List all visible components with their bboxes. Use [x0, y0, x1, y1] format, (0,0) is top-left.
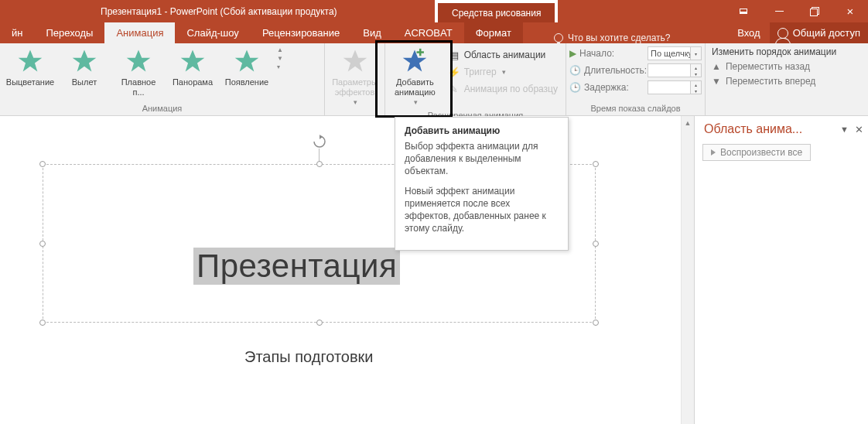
effect-fade[interactable]: Выцветание [3, 46, 57, 89]
effect-float[interactable]: Плавное п... [111, 46, 166, 99]
close-button[interactable]: × [832, 0, 868, 22]
svg-marker-9 [320, 135, 323, 139]
resize-handle[interactable] [593, 320, 599, 326]
window-controls: × [726, 0, 868, 22]
tell-me-search[interactable]: Что вы хотите сделать? [554, 32, 671, 43]
star-icon [125, 48, 152, 74]
group-effect-options: Параметры эффектов▾ [325, 43, 385, 115]
trigger-icon: ⚡ [448, 66, 460, 78]
resize-handle[interactable] [593, 241, 599, 247]
star-icon [71, 48, 97, 74]
pane-menu-button[interactable]: ▼ [840, 125, 849, 134]
restore-button[interactable] [797, 0, 832, 22]
ribbon-tabstrip: йн Переходы Анимация Слайд-шоу Рецензиро… [0, 22, 868, 43]
play-icon: ▶ [569, 48, 576, 59]
tooltip-add-animation: Добавить анимацию Выбор эффекта анимации… [395, 117, 569, 251]
trigger-button: ⚡ Триггер▾ [443, 63, 562, 80]
tab-design[interactable]: йн [0, 22, 34, 43]
star-icon [179, 48, 206, 74]
slide-subtitle-text[interactable]: Этапы подготовки [244, 348, 374, 366]
effect-appear[interactable]: Появление [220, 46, 274, 89]
tooltip-p2: Новый эффект анимации применяется после … [405, 185, 559, 234]
pane-icon: ▤ [448, 49, 460, 61]
play-icon [711, 149, 716, 156]
resize-handle[interactable] [316, 161, 323, 167]
tab-view[interactable]: Вид [351, 22, 393, 43]
start-dropdown[interactable]: По щелчку ▾ [648, 46, 702, 60]
group-timing: ▶Начало: По щелчку ▾ 🕒Длительность: ▴▾ 🕒… [566, 43, 706, 115]
tab-animation[interactable]: Анимация [104, 22, 175, 43]
svg-rect-8 [417, 51, 424, 53]
resize-handle[interactable] [39, 241, 46, 247]
painter-icon: ✎ [448, 83, 460, 95]
group-advanced-animation: Добавить анимацию▾ ▤ Область анимации ⚡ … [385, 43, 566, 115]
group-label-animation: Анимация [0, 102, 324, 115]
contextual-tab-title: Средства рисования [435, 0, 558, 22]
window-title: Презентация1 - PowerPoint (Сбой активаци… [101, 6, 337, 17]
svg-marker-0 [19, 50, 43, 72]
tab-review[interactable]: Рецензирование [251, 22, 351, 43]
ribbon: Выцветание Вылет Плавное п... Панорама П… [0, 43, 868, 116]
share-button[interactable]: Общий доступ [770, 22, 868, 43]
clock-icon: 🕒 [569, 82, 581, 93]
sign-in-button[interactable]: Вход [728, 22, 769, 43]
effect-panorama[interactable]: Панорама [166, 46, 220, 89]
tab-format[interactable]: Формат [464, 22, 523, 43]
resize-handle[interactable] [593, 161, 599, 167]
person-icon [777, 28, 788, 39]
tooltip-p1: Выбор эффекта анимации для добавления к … [405, 140, 559, 177]
slide-editor[interactable]: Презентация Этапы подготовки [0, 116, 694, 424]
svg-marker-2 [127, 50, 151, 72]
svg-marker-5 [343, 50, 367, 72]
rotate-handle[interactable] [313, 135, 326, 149]
pane-close-button[interactable]: ✕ [855, 124, 863, 135]
move-earlier-button[interactable]: ▲Переместить назад [712, 59, 862, 74]
scroll-up-icon[interactable]: ▲ [682, 116, 694, 129]
star-icon [17, 48, 43, 74]
star-icon [234, 48, 260, 74]
ribbon-display-options-icon[interactable] [726, 0, 761, 22]
share-label: Общий доступ [793, 27, 860, 39]
svg-marker-4 [235, 50, 259, 72]
pane-title: Область анима... [704, 122, 839, 136]
bulb-icon [554, 33, 563, 43]
resize-handle[interactable] [39, 320, 46, 326]
titlebar: Презентация1 - PowerPoint (Сбой активаци… [0, 0, 868, 22]
star-icon [342, 48, 368, 74]
tooltip-title: Добавить анимацию [405, 125, 559, 136]
group-animation: Выцветание Вылет Плавное п... Панорама П… [0, 43, 325, 115]
tab-slideshow[interactable]: Слайд-шоу [175, 22, 250, 43]
up-icon: ▲ [712, 61, 721, 72]
effect-flyin[interactable]: Вылет [57, 46, 111, 89]
resize-handle[interactable] [39, 161, 46, 167]
down-icon: ▼ [712, 76, 721, 87]
minimize-button[interactable] [761, 0, 797, 22]
star-plus-icon [402, 48, 428, 74]
resize-handle[interactable] [316, 320, 323, 326]
play-all-button[interactable]: Воспроизвести все [702, 144, 811, 161]
delay-spinner[interactable]: ▴▾ [648, 80, 702, 94]
animation-pane: Область анима... ▼ ✕ Воспроизвести все [694, 116, 868, 424]
group-label-timing: Время показа слайдов [566, 102, 705, 115]
effect-options-button: Параметры эффектов▾ [328, 46, 382, 109]
svg-marker-1 [73, 50, 97, 72]
gallery-more[interactable]: ▲ ▼ ▾ [277, 46, 283, 70]
slide-title-text[interactable]: Презентация [193, 248, 400, 285]
reorder-heading: Изменить порядок анимации [712, 46, 862, 57]
animation-painter-button: ✎ Анимация по образцу [443, 80, 562, 97]
group-reorder: Изменить порядок анимации ▲Переместить н… [706, 43, 868, 115]
move-later-button[interactable]: ▼Переместить вперед [712, 74, 862, 88]
vertical-scrollbar[interactable]: ▲ [681, 116, 694, 424]
clock-icon: 🕒 [569, 65, 581, 76]
add-animation-button[interactable]: Добавить анимацию▾ [387, 46, 443, 109]
animation-pane-button[interactable]: ▤ Область анимации [443, 46, 562, 63]
tab-transitions[interactable]: Переходы [34, 22, 104, 43]
duration-spinner[interactable]: ▴▾ [648, 63, 702, 77]
svg-marker-3 [181, 50, 205, 72]
tell-me-placeholder: Что вы хотите сделать? [568, 32, 671, 43]
tab-acrobat[interactable]: ACROBAT [393, 22, 464, 43]
